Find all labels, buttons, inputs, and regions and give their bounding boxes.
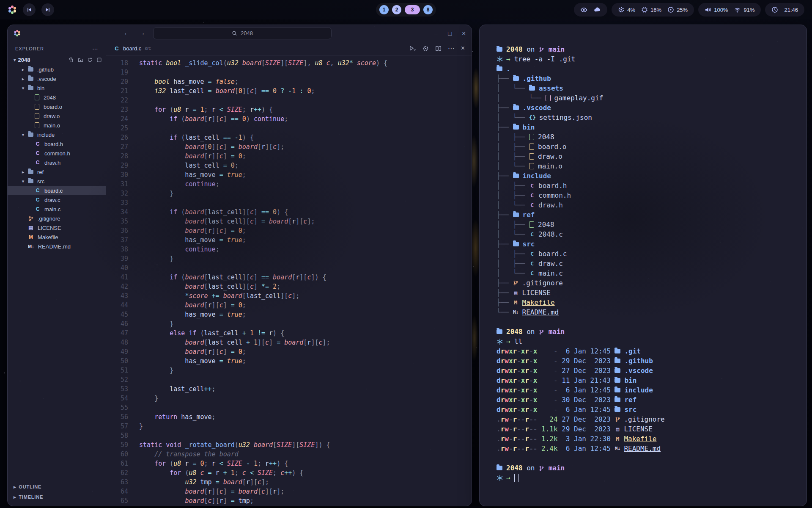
new-file-icon[interactable] [69,57,74,63]
code-line-29[interactable]: 29 last_cell = 0; [106,161,472,170]
sidebar-section-outline[interactable]: ▸OUTLINE [8,482,106,492]
code-line-31[interactable]: 31 continue; [106,179,472,189]
explorer-item-draw.o[interactable]: draw.o [8,111,106,121]
explorer-item-main.o[interactable]: main.o [8,121,106,130]
code-line-47[interactable]: 47 else if (last_cell + 1 != r) { [106,329,472,338]
code-line-65[interactable]: 65 board[c][r] = tmp; [106,496,472,505]
media-previous-button[interactable] [23,3,36,16]
code-line-21[interactable]: 21 i32 last_cell = board[0][c] == 0 ? -1… [106,86,472,96]
code-line-45[interactable]: 45 has_move = true; [106,310,472,319]
explorer-item-bin[interactable]: ▾bin [8,83,106,93]
code-line-36[interactable]: 36 board[r][c] = 0; [106,226,472,235]
code-line-54[interactable]: 54 } [106,394,472,403]
distro-logo-icon[interactable] [8,5,17,14]
explorer-item-src[interactable]: ▾src [8,177,106,186]
split-editor-icon[interactable] [435,45,442,52]
volume-stat[interactable]: 100% [705,6,728,13]
explorer-item-.github[interactable]: ▸.github [8,65,106,74]
code-line-49[interactable]: 49 board[r][c] = 0; [106,347,472,356]
close-button[interactable]: × [462,30,466,37]
collapse-all-icon[interactable] [96,57,102,63]
code-line-48[interactable]: 48 board[last_cell + 1][c] = board[r][c]… [106,338,472,347]
code-line-28[interactable]: 28 board[r][c] = 0; [106,152,472,161]
workspace-button-2[interactable]: 2 [392,5,401,14]
explorer-item-ref[interactable]: ▸ref [8,167,106,177]
workspace-button-1[interactable]: 1 [379,5,389,14]
explorer-item-README.md[interactable]: M↓README.md [8,242,106,251]
code-line-32[interactable]: 32 } [106,189,472,198]
explorer-item-board.h[interactable]: Cboard.h [8,139,106,149]
code-line-34[interactable]: 34 if (board[last_cell][c] == 0) { [106,207,472,217]
code-line-42[interactable]: 42 board[last_cell][c] *= 2; [106,282,472,291]
code-line-23[interactable]: 23 for (u8 r = 1; r < SIZE; r++) { [106,105,472,114]
code-line-27[interactable]: 27 board[0][c] = board[r][c]; [106,142,472,152]
code-line-38[interactable]: 38 continue; [106,245,472,254]
refresh-icon[interactable] [87,57,93,63]
settings-gear-icon[interactable] [422,45,429,52]
workspace-button-3[interactable]: 3 [405,5,420,14]
code-line-43[interactable]: 43 *score += board[last_cell][c]; [106,291,472,301]
tab-board-c[interactable]: C board.c src [106,41,159,55]
minimize-button[interactable]: – [434,30,438,37]
code-line-59[interactable]: 59static void _rotate_board(u32 board[SI… [106,440,472,450]
code-line-51[interactable]: 51 } [106,366,472,375]
code-line-33[interactable]: 33 [106,198,472,207]
code-editor[interactable]: 18static bool _slide_col(u32 board[SIZE]… [106,56,472,505]
explorer-item-common.h[interactable]: Ccommon.h [8,149,106,158]
code-line-53[interactable]: 53 last_cell++; [106,384,472,394]
code-line-26[interactable]: 26 if (last_cell == -1) { [106,133,472,142]
code-line-62[interactable]: 62 for (u8 c = r + 1; c < SIZE; c++) { [106,468,472,478]
code-line-35[interactable]: 35 board[last_cell][c] = board[r][c]; [106,217,472,226]
wifi-stat[interactable]: 91% [734,7,754,13]
code-line-58[interactable]: 58 [106,431,472,440]
code-line-30[interactable]: 30 has_move = true; [106,170,472,179]
code-line-41[interactable]: 41 if (board[last_cell][c] == board[r][c… [106,273,472,282]
explorer-item-LICENSE[interactable]: ▤LICENSE [8,223,106,232]
explorer-item-.vscode[interactable]: ▸.vscode [8,74,106,83]
explorer-item-include[interactable]: ▾include [8,130,106,139]
maximize-button[interactable]: □ [448,30,452,37]
code-line-20[interactable]: 20 bool has_move = false; [106,77,472,86]
back-arrow-button[interactable]: ← [123,29,131,37]
code-line-64[interactable]: 64 board[r][c] = board[c][r]; [106,487,472,496]
code-line-55[interactable]: 55 [106,403,472,412]
vscode-logo-icon[interactable] [14,30,21,37]
code-line-61[interactable]: 61 for (u8 r = 0; r < SIZE - 1; r++) { [106,459,472,468]
code-line-25[interactable]: 25 [106,124,472,133]
explorer-item-Makefile[interactable]: MMakefile [8,232,106,242]
explorer-more-actions-icon[interactable]: ⋯ [92,45,99,52]
explorer-item-draw.c[interactable]: Cdraw.c [8,195,106,204]
media-next-button[interactable] [41,3,54,16]
code-line-22[interactable]: 22 [106,96,472,105]
code-line-40[interactable]: 40 [106,263,472,273]
explorer-item-draw.h[interactable]: Cdraw.h [8,158,106,167]
code-line-44[interactable]: 44 board[r][c] = 0; [106,301,472,310]
explorer-item-board.c[interactable]: Cboard.c [8,186,106,195]
explorer-item-2048[interactable]: 2048 [8,93,106,102]
code-line-24[interactable]: 24 if (board[r][c] == 0) continue; [106,114,472,124]
code-line-18[interactable]: 18static bool _slide_col(u32 board[SIZE]… [106,58,472,68]
explorer-root-folder[interactable]: ▾ 2048 [8,55,106,65]
code-line-46[interactable]: 46 } [106,319,472,329]
editor-more-actions-icon[interactable]: ⋯ [448,44,455,52]
sidebar-section-timeline[interactable]: ▸TIMELINE [8,492,106,502]
explorer-item-.gitignore[interactable]: .gitignore [8,214,106,223]
code-line-63[interactable]: 63 u32 tmp = board[r][c]; [106,478,472,487]
code-line-57[interactable]: 57} [106,422,472,431]
close-tab-icon[interactable]: × [461,44,465,52]
run-file-button[interactable] [409,45,416,52]
code-line-60[interactable]: 60 // transpose the board [106,450,472,459]
terminal-cursor[interactable] [514,474,519,482]
new-folder-icon[interactable] [78,57,83,63]
code-line-50[interactable]: 50 has_move = true; [106,356,472,366]
code-line-39[interactable]: 39 } [106,254,472,263]
explorer-item-main.c[interactable]: Cmain.c [8,204,106,214]
forward-arrow-button[interactable]: → [138,29,145,37]
workspace-button-8[interactable]: 8 [423,5,433,14]
command-center-search[interactable]: 2048 [153,27,332,39]
explorer-item-board.o[interactable]: board.o [8,102,106,111]
code-line-19[interactable]: 19 [106,68,472,77]
terminal-window[interactable]: 2048 on main→tree -a -I .git.├── .github… [479,25,807,506]
code-line-37[interactable]: 37 has_move = true; [106,235,472,245]
code-line-52[interactable]: 52 [106,375,472,384]
